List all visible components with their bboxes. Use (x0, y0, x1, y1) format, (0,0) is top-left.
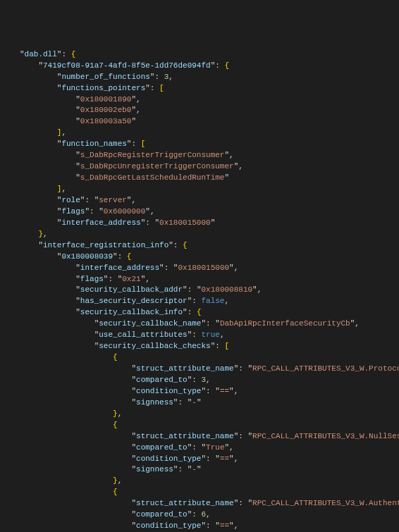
json-code-block: "dab.dll": { "7419cf08-91a7-4afd-8f5e-1d… (20, 49, 399, 532)
